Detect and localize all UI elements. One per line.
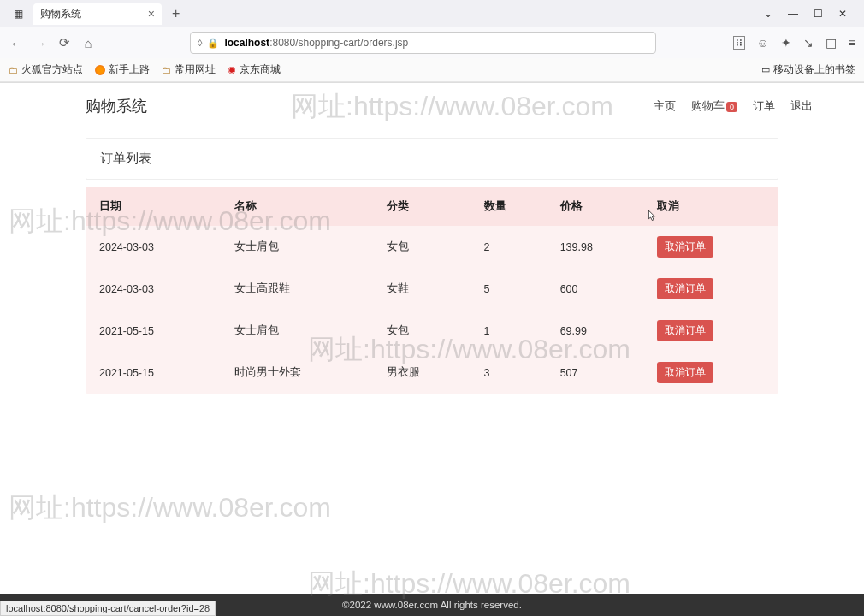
cell-category: 女包 xyxy=(376,226,473,268)
tab-title: 购物系统 xyxy=(40,7,81,21)
cell-qty: 1 xyxy=(474,310,550,352)
brand-title: 购物系统 xyxy=(86,96,147,116)
table-row: 2024-03-03女士高跟鞋女鞋5600取消订单 xyxy=(86,268,778,310)
minimize-icon[interactable]: — xyxy=(788,8,798,20)
col-cancel: 取消 xyxy=(647,187,778,226)
menu-icon[interactable]: ≡ xyxy=(849,36,855,50)
col-category: 分类 xyxy=(376,187,473,226)
orders-card: 订单列表 日期 名称 分类 数量 价格 取消 2024-03-03女士肩包女包2… xyxy=(86,138,778,394)
sidebar-icon[interactable]: ◫ xyxy=(826,36,837,50)
cancel-order-button[interactable]: 取消订单 xyxy=(657,362,713,383)
cell-action: 取消订单 xyxy=(647,226,778,268)
status-bar: localhost:8080/shopping-cart/cancel-orde… xyxy=(0,601,216,616)
url-bar: ← → ⟳ ⌂ ◊ 🔒 localhost:8080/shopping-cart… xyxy=(0,27,864,58)
bookmark-common[interactable]: 🗀常用网址 xyxy=(162,62,216,77)
nav-cart[interactable]: 购物车0 xyxy=(691,98,737,114)
cell-action: 取消订单 xyxy=(647,310,778,352)
table-row: 2021-05-15女士肩包女包169.99取消订单 xyxy=(86,310,778,352)
card-title: 订单列表 xyxy=(86,138,778,180)
close-window-icon[interactable]: ✕ xyxy=(838,8,847,20)
nav-links: 主页 购物车0 订单 退出 xyxy=(654,98,813,114)
tab-bar: ▦ 购物系统 × + ⌄ — ☐ ✕ xyxy=(0,0,864,27)
cell-date: 2024-03-03 xyxy=(86,226,224,268)
nav-logout[interactable]: 退出 xyxy=(790,98,813,114)
home-button[interactable]: ⌂ xyxy=(80,36,96,50)
close-tab-icon[interactable]: × xyxy=(148,7,155,21)
cell-date: 2021-05-15 xyxy=(86,310,224,352)
table-row: 2021-05-15时尚男士外套男衣服3507取消订单 xyxy=(86,352,778,394)
cell-date: 2021-05-15 xyxy=(86,352,224,394)
cell-name: 女士高跟鞋 xyxy=(224,268,376,310)
browser-tab[interactable]: 购物系统 × xyxy=(33,3,162,25)
toolbar-right: ☺ ✦ ↘ ◫ ≡ xyxy=(757,36,855,50)
bookmark-jd[interactable]: ◉京东商城 xyxy=(228,62,281,77)
col-name: 名称 xyxy=(224,187,376,226)
cell-name: 女士肩包 xyxy=(224,226,376,268)
cell-category: 女包 xyxy=(376,310,473,352)
folder-icon: 🗀 xyxy=(9,65,18,75)
jd-icon: ◉ xyxy=(228,64,236,75)
col-price: 价格 xyxy=(550,187,647,226)
col-date: 日期 xyxy=(86,187,224,226)
lock-icon: 🔒 xyxy=(207,38,219,49)
col-qty: 数量 xyxy=(474,187,550,226)
shield-icon: ◊ xyxy=(198,38,202,48)
cell-price: 69.99 xyxy=(550,310,647,352)
nav-home[interactable]: 主页 xyxy=(654,98,676,114)
table-header-row: 日期 名称 分类 数量 价格 取消 xyxy=(86,187,778,226)
back-button[interactable]: ← xyxy=(9,36,24,50)
orders-table-wrap: 日期 名称 分类 数量 价格 取消 2024-03-03女士肩包女包2139.9… xyxy=(86,187,778,394)
top-nav: 购物系统 主页 购物车0 订单 退出 xyxy=(0,83,864,129)
mobile-icon: ▭ xyxy=(761,64,770,75)
cell-date: 2024-03-03 xyxy=(86,268,224,310)
url-text: localhost:8080/shopping-cart/orders.jsp xyxy=(224,37,408,49)
cell-price: 507 xyxy=(550,352,647,394)
cell-name: 女士肩包 xyxy=(224,310,376,352)
nav-orders[interactable]: 订单 xyxy=(753,98,775,114)
cell-action: 取消订单 xyxy=(647,352,778,394)
browser-chrome: ▦ 购物系统 × + ⌄ — ☐ ✕ ← → ⟳ ⌂ ◊ 🔒 localhost… xyxy=(0,0,864,83)
cell-price: 139.98 xyxy=(550,226,647,268)
bookmark-getting-started[interactable]: 新手上路 xyxy=(95,62,150,77)
cell-qty: 2 xyxy=(474,226,550,268)
cell-price: 600 xyxy=(550,268,647,310)
cancel-order-button[interactable]: 取消订单 xyxy=(657,236,713,258)
folder-icon: 🗀 xyxy=(162,65,171,75)
window-controls: ⌄ — ☐ ✕ xyxy=(764,8,857,20)
cell-qty: 3 xyxy=(474,352,550,394)
extensions-icon[interactable]: ✦ xyxy=(781,36,791,50)
bookmark-firefox[interactable]: 🗀火狐官方站点 xyxy=(9,62,83,77)
orders-table: 日期 名称 分类 数量 价格 取消 2024-03-03女士肩包女包2139.9… xyxy=(86,187,778,394)
view-history-icon[interactable]: ▦ xyxy=(7,4,30,23)
cancel-order-button[interactable]: 取消订单 xyxy=(657,278,713,299)
reader-icon[interactable]: ⁝⁝ xyxy=(733,36,745,50)
cell-action: 取消订单 xyxy=(647,268,778,310)
address-bar[interactable]: ◊ 🔒 localhost:8080/shopping-cart/orders.… xyxy=(190,32,656,54)
watermark: 网址:https://www.08er.com xyxy=(9,489,331,527)
cell-qty: 5 xyxy=(474,268,550,310)
firefox-icon xyxy=(95,65,105,75)
cell-category: 女鞋 xyxy=(376,268,473,310)
chevron-down-icon[interactable]: ⌄ xyxy=(764,8,772,20)
table-row: 2024-03-03女士肩包女包2139.98取消订单 xyxy=(86,226,778,268)
bookmark-mobile[interactable]: ▭移动设备上的书签 xyxy=(761,62,855,77)
cell-category: 男衣服 xyxy=(376,352,473,394)
cancel-order-button[interactable]: 取消订单 xyxy=(657,320,713,341)
account-icon[interactable]: ☺ xyxy=(757,36,769,50)
library-icon[interactable]: ↘ xyxy=(803,36,814,50)
maximize-icon[interactable]: ☐ xyxy=(814,8,823,20)
cart-badge: 0 xyxy=(726,102,737,112)
new-tab-button[interactable]: + xyxy=(165,6,186,21)
reload-button[interactable]: ⟳ xyxy=(56,35,72,50)
forward-button: → xyxy=(33,36,48,50)
bookmark-bar: 🗀火狐官方站点 新手上路 🗀常用网址 ◉京东商城 ▭移动设备上的书签 xyxy=(0,58,864,82)
page-content: 购物系统 主页 购物车0 订单 退出 订单列表 日期 名称 分类 数量 价格 取… xyxy=(0,83,864,595)
cell-name: 时尚男士外套 xyxy=(224,352,376,394)
